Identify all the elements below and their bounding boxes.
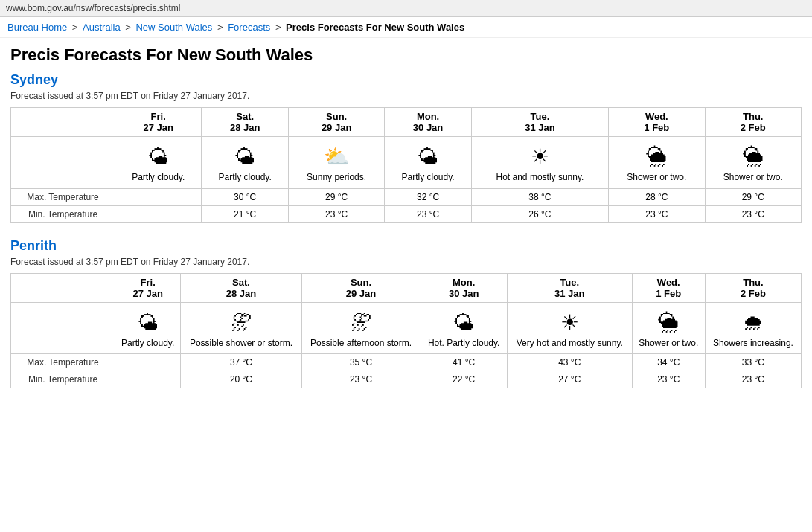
weather-cell-3: Partly cloudy. [385, 137, 471, 189]
max-temp-label: Max. Temperature [11, 354, 115, 371]
weather-desc-6: Shower or two. [723, 172, 783, 182]
breadcrumb-nsw[interactable]: New South Wales [135, 22, 212, 33]
weather-desc-4: Very hot and mostly sunny. [517, 338, 623, 348]
weather-cell-4: Hot and mostly sunny. [471, 137, 608, 189]
weather-cell-5: Shower or two. [632, 302, 705, 354]
weather-cell-2: Possible afternoon storm. [301, 302, 421, 354]
weather-icon-5 [636, 310, 702, 335]
weather-icon-1 [184, 310, 298, 335]
breadcrumb-sep-1: > [72, 22, 80, 33]
weather-icon-0 [118, 144, 198, 169]
max-temp-cell-4: 38 °C [471, 188, 608, 205]
weather-desc-2: Possible afternoon storm. [310, 338, 412, 348]
col-header-day-4: Tue.31 Jan [507, 273, 632, 302]
weather-cell-0: Partly cloudy. [115, 302, 181, 354]
max-temp-cell-6: 33 °C [705, 354, 801, 371]
min-temp-cell-6: 23 °C [705, 371, 801, 388]
weather-desc-3: Partly cloudy. [401, 172, 454, 182]
weather-cell-6: Shower or two. [705, 137, 801, 189]
col-header-day-0: Fri.27 Jan [115, 273, 181, 302]
col-header-empty [11, 108, 115, 137]
min-temp-cell-3: 22 °C [421, 371, 507, 388]
weather-row: Partly cloudy.Partly cloudy.Sunny period… [11, 137, 802, 189]
min-temp-cell-6: 23 °C [705, 205, 801, 222]
max-temp-cell-1: 37 °C [181, 354, 301, 371]
col-header-day-2: Sun.29 Jan [288, 108, 384, 137]
breadcrumb-sep-4: > [275, 22, 284, 33]
page-title: Precis Forecasts For New South Wales [10, 45, 802, 65]
weather-cell-6: Showers increasing. [705, 302, 801, 354]
max-temp-cell-2: 35 °C [301, 354, 421, 371]
max-temp-cell-6: 29 °C [705, 188, 801, 205]
breadcrumb-current: Precis Forecasts For New South Wales [286, 22, 464, 33]
weather-icon-4 [475, 144, 605, 169]
max-temp-cell-3: 32 °C [385, 188, 471, 205]
weather-desc-6: Showers increasing. [713, 338, 793, 348]
min-temp-cell-3: 23 °C [385, 205, 471, 222]
weather-icon-5 [612, 144, 701, 169]
weather-cell-1: Partly cloudy. [202, 137, 288, 189]
min-temp-cell-1: 20 °C [181, 371, 301, 388]
max-temp-row: Max. Temperature30 °C29 °C32 °C38 °C28 °… [11, 188, 802, 205]
max-temp-cell-0 [115, 354, 181, 371]
min-temp-label: Min. Temperature [11, 371, 115, 388]
city-section-sydney: SydneyForecast issued at 3:57 pm EDT on … [10, 72, 802, 223]
max-temp-row: Max. Temperature37 °C35 °C41 °C43 °C34 °… [11, 354, 802, 371]
col-header-empty [11, 273, 115, 302]
col-header-day-5: Wed.1 Feb [632, 273, 705, 302]
weather-icon-6 [709, 310, 798, 335]
min-temp-label: Min. Temperature [11, 205, 115, 222]
breadcrumb-australia[interactable]: Australia [83, 22, 121, 33]
main-content: Precis Forecasts For New South Wales Syd… [0, 38, 812, 411]
min-temp-cell-2: 23 °C [288, 205, 384, 222]
breadcrumb-sep-2: > [125, 22, 133, 33]
min-temp-cell-0 [115, 205, 202, 222]
max-temp-cell-5: 28 °C [609, 188, 705, 205]
min-temp-cell-4: 26 °C [471, 205, 608, 222]
min-temp-cell-1: 21 °C [202, 205, 288, 222]
weather-icon-0 [118, 310, 177, 335]
max-temp-cell-0 [115, 188, 202, 205]
weather-cell-2: Sunny periods. [288, 137, 384, 189]
min-temp-cell-4: 27 °C [507, 371, 632, 388]
col-header-day-6: Thu.2 Feb [705, 108, 801, 137]
cities-container: SydneyForecast issued at 3:57 pm EDT on … [10, 72, 802, 388]
col-header-day-3: Mon.30 Jan [385, 108, 471, 137]
min-temp-cell-2: 23 °C [301, 371, 421, 388]
weather-desc-2: Sunny periods. [307, 172, 366, 182]
col-header-day-3: Mon.30 Jan [421, 273, 507, 302]
weather-desc-4: Hot and mostly sunny. [496, 172, 584, 182]
breadcrumb-forecasts[interactable]: Forecasts [228, 22, 270, 33]
weather-icon-6 [709, 144, 798, 169]
weather-desc-5: Shower or two. [627, 172, 686, 182]
weather-icon-4 [511, 310, 629, 335]
city-title-penrith: Penrith [10, 238, 802, 254]
weather-desc-1: Possible shower or storm. [190, 338, 292, 348]
weather-desc-3: Hot. Partly cloudy. [428, 338, 499, 348]
min-temp-cell-5: 23 °C [609, 205, 705, 222]
weather-label [11, 137, 115, 189]
weather-cell-0: Partly cloudy. [115, 137, 202, 189]
breadcrumb-sep-3: > [217, 22, 226, 33]
weather-desc-0: Partly cloudy. [132, 172, 185, 182]
weather-cell-4: Very hot and mostly sunny. [507, 302, 632, 354]
breadcrumb-home[interactable]: Bureau Home [7, 22, 67, 33]
weather-icon-1 [205, 144, 284, 169]
forecast-issued-penrith: Forecast issued at 3:57 pm EDT on Friday… [10, 257, 802, 267]
url-text: www.bom.gov.au/nsw/forecasts/precis.shtm… [6, 3, 181, 13]
forecast-table-sydney: Fri.27 JanSat.28 JanSun.29 JanMon.30 Jan… [10, 107, 802, 223]
forecast-issued-sydney: Forecast issued at 3:57 pm EDT on Friday… [10, 91, 802, 101]
min-temp-row: Min. Temperature21 °C23 °C23 °C26 °C23 °… [11, 205, 802, 222]
col-header-day-6: Thu.2 Feb [705, 273, 801, 302]
weather-desc-5: Shower or two. [639, 338, 698, 348]
weather-row: Partly cloudy.Possible shower or storm.P… [11, 302, 802, 354]
forecast-table-penrith: Fri.27 JanSat.28 JanSun.29 JanMon.30 Jan… [10, 273, 802, 389]
max-temp-cell-5: 34 °C [632, 354, 705, 371]
col-header-day-2: Sun.29 Jan [301, 273, 421, 302]
max-temp-cell-3: 41 °C [421, 354, 507, 371]
address-bar: www.bom.gov.au/nsw/forecasts/precis.shtm… [0, 0, 812, 17]
weather-icon-3 [388, 144, 467, 169]
min-temp-cell-5: 23 °C [632, 371, 705, 388]
city-title-sydney: Sydney [10, 72, 802, 88]
weather-icon-2 [305, 310, 418, 335]
